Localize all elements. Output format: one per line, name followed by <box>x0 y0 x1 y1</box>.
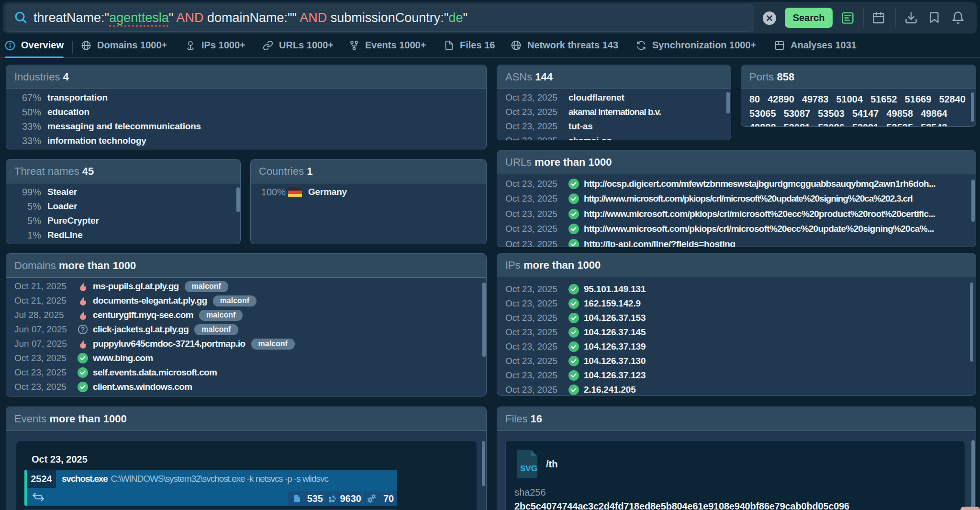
svg-text:SVG: SVG <box>520 464 537 473</box>
